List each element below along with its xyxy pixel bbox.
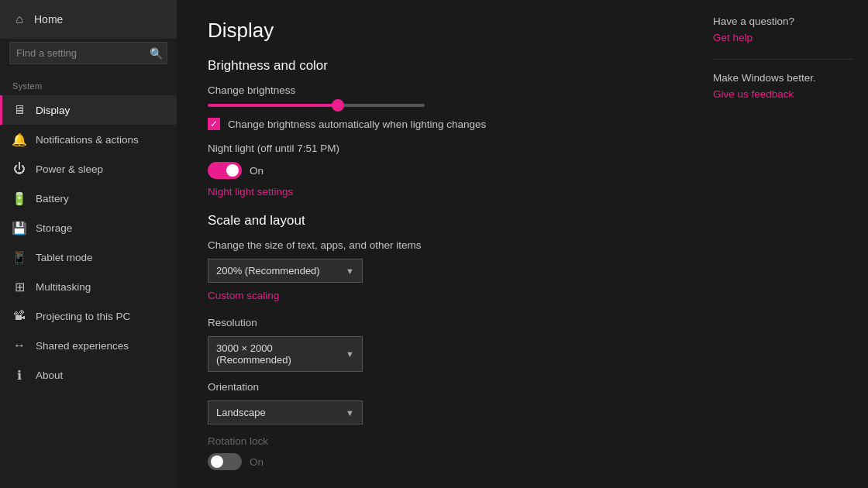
display-icon: 🖥 xyxy=(12,103,26,117)
scale-dropdown-value: 200% (Recommended) xyxy=(216,265,320,277)
tablet-icon: 📱 xyxy=(12,250,26,264)
sidebar-item-battery-label: Battery xyxy=(36,193,69,204)
sidebar-item-notifications[interactable]: 🔔 Notifications & actions xyxy=(0,125,177,154)
notifications-icon: 🔔 xyxy=(12,132,26,146)
right-panel: Have a question? Get help Make Windows b… xyxy=(698,0,868,488)
sidebar-item-storage[interactable]: 💾 Storage xyxy=(0,213,177,242)
orientation-dropdown-arrow-icon: ▼ xyxy=(346,408,354,418)
sidebar-item-about[interactable]: ℹ About xyxy=(0,360,177,390)
brightness-slider-track xyxy=(208,104,425,107)
custom-scaling-link[interactable]: Custom scaling xyxy=(208,290,279,301)
resolution-dropdown-value: 3000 × 2000 (Recommended) xyxy=(216,342,346,366)
resolution-dropdown[interactable]: 3000 × 2000 (Recommended) ▼ xyxy=(208,336,363,372)
orientation-label: Orientation xyxy=(208,381,666,393)
sidebar-section-system: System xyxy=(0,74,177,95)
brightness-label: Change brightness xyxy=(208,84,666,96)
night-light-label: Night light (off until 7:51 PM) xyxy=(208,143,666,154)
search-icon: 🔍 xyxy=(150,47,163,60)
rotation-lock-label: Rotation lock xyxy=(208,435,666,447)
scale-dropdown-arrow-icon: ▼ xyxy=(346,266,354,276)
right-panel-divider xyxy=(713,59,852,60)
sidebar-item-display[interactable]: 🖥 Display xyxy=(0,95,177,125)
get-help-link[interactable]: Get help xyxy=(713,32,852,43)
scale-desc: Change the size of text, apps, and other… xyxy=(208,239,666,251)
resolution-dropdown-arrow-icon: ▼ xyxy=(346,349,354,359)
night-light-toggle[interactable] xyxy=(208,162,242,179)
multitasking-icon: ⊞ xyxy=(12,280,26,294)
about-icon: ℹ xyxy=(12,368,26,382)
scale-dropdown[interactable]: 200% (Recommended) ▼ xyxy=(208,259,363,283)
brightness-slider-thumb xyxy=(332,99,344,112)
sidebar-item-battery[interactable]: 🔋 Battery xyxy=(0,184,177,213)
rotation-lock-toggle-thumb xyxy=(211,455,223,468)
storage-icon: 💾 xyxy=(12,221,26,235)
auto-brightness-label: Change brightness automatically when lig… xyxy=(228,119,486,130)
sidebar-item-multitasking[interactable]: ⊞ Multitasking xyxy=(0,272,177,301)
orientation-dropdown-value: Landscape xyxy=(216,407,266,418)
sidebar: ⌂ Home 🔍 System 🖥 Display 🔔 Notification… xyxy=(0,0,177,488)
sidebar-item-power-label: Power & sleep xyxy=(36,163,103,175)
home-icon: ⌂ xyxy=(12,12,26,26)
brightness-slider-container xyxy=(208,104,666,107)
make-windows-label: Make Windows better. xyxy=(713,72,852,84)
night-light-toggle-row: On xyxy=(208,162,666,179)
right-panel-question: Have a question? xyxy=(713,15,852,27)
night-light-settings-link[interactable]: Night light settings xyxy=(208,186,293,198)
projecting-icon: 📽 xyxy=(12,309,26,323)
shared-icon: ↔ xyxy=(12,339,26,352)
battery-icon: 🔋 xyxy=(12,191,26,205)
scale-section-title: Scale and layout xyxy=(208,213,666,229)
sidebar-item-shared[interactable]: ↔ Shared experiences xyxy=(0,331,177,360)
search-input[interactable] xyxy=(9,42,167,64)
sidebar-item-tablet[interactable]: 📱 Tablet mode xyxy=(0,242,177,272)
main-content: Display Brightness and color Change brig… xyxy=(177,0,698,488)
rotation-lock-toggle[interactable] xyxy=(208,453,242,470)
sidebar-home-label: Home xyxy=(34,13,63,26)
sidebar-item-projecting[interactable]: 📽 Projecting to this PC xyxy=(0,301,177,331)
power-icon: ⏻ xyxy=(12,162,26,176)
sidebar-item-notifications-label: Notifications & actions xyxy=(36,134,139,146)
auto-brightness-row: ✓ Change brightness automatically when l… xyxy=(208,118,666,130)
sidebar-item-tablet-label: Tablet mode xyxy=(36,252,93,263)
sidebar-home-button[interactable]: ⌂ Home xyxy=(0,0,177,39)
feedback-link[interactable]: Give us feedback xyxy=(713,88,852,100)
sidebar-item-shared-label: Shared experiences xyxy=(36,340,129,352)
search-box-container: 🔍 xyxy=(9,42,167,64)
sidebar-item-projecting-label: Projecting to this PC xyxy=(36,311,130,322)
sidebar-item-power[interactable]: ⏻ Power & sleep xyxy=(0,154,177,184)
auto-brightness-checkbox[interactable]: ✓ xyxy=(208,118,220,130)
brightness-section-title: Brightness and color xyxy=(208,58,666,74)
page-title: Display xyxy=(208,19,666,43)
rotation-lock-state-label: On xyxy=(250,456,264,468)
orientation-dropdown[interactable]: Landscape ▼ xyxy=(208,400,363,424)
sidebar-item-about-label: About xyxy=(36,369,63,381)
checkmark-icon: ✓ xyxy=(210,119,218,129)
sidebar-item-multitasking-label: Multitasking xyxy=(36,281,91,293)
sidebar-item-display-label: Display xyxy=(36,105,70,116)
resolution-label: Resolution xyxy=(208,317,666,328)
night-light-state-label: On xyxy=(250,165,264,177)
night-light-toggle-thumb xyxy=(226,164,239,177)
rotation-lock-toggle-row: On xyxy=(208,453,666,470)
sidebar-item-storage-label: Storage xyxy=(36,222,72,234)
